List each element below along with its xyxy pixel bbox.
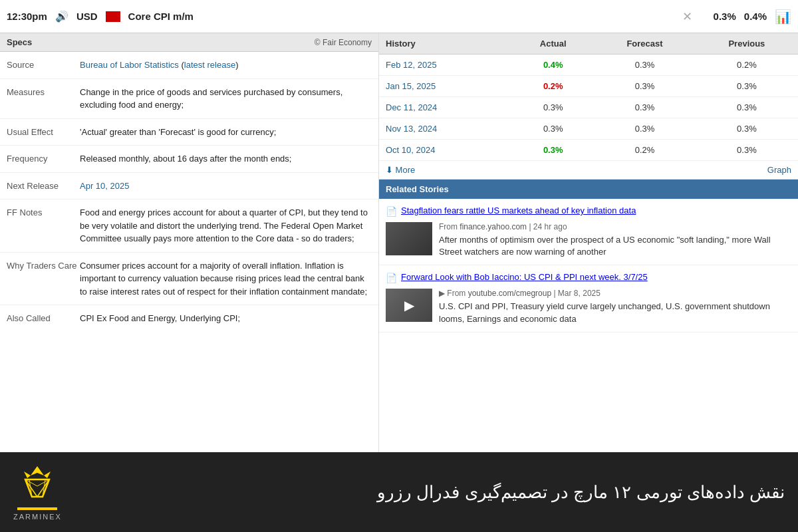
history-actual: 0.3% (512, 140, 594, 161)
story-text: From finance.yahoo.com | 24 hr agoAfter … (439, 222, 791, 258)
spec-row-why-traders-care: Why Traders Care Consumer prices account… (0, 253, 378, 306)
spec-row-frequency: Frequency Released monthly, about 16 day… (0, 146, 378, 173)
history-forecast: 0.2% (594, 140, 696, 161)
col-previous: Previous (696, 33, 798, 55)
story-meta: From finance.yahoo.com | 24 hr ago (439, 222, 791, 231)
history-date: Nov 13, 2024 (379, 118, 512, 140)
spec-row-ff-notes: FF Notes Food and energy prices account … (0, 200, 378, 253)
spec-value-measures: Change in the price of goods and service… (80, 86, 372, 112)
history-date-link[interactable]: Jan 15, 2025 (386, 81, 436, 91)
story-meta: ▶ From youtube.com/cmegroup | Mar 8, 202… (439, 289, 791, 298)
story-description: After months of optimism over the prospe… (439, 234, 791, 258)
history-date-link[interactable]: Oct 10, 2024 (386, 145, 435, 155)
more-graph-row: ⬇ More Graph (379, 161, 798, 180)
zarminex-logo-icon (17, 464, 57, 503)
speaker-icon: 🔊 (55, 10, 68, 23)
close-button[interactable]: ✕ (682, 9, 692, 24)
play-icon: ▶ (404, 297, 414, 313)
spec-value-why-traders-care: Consumer prices account for a majority o… (80, 259, 372, 299)
spec-value-ff-notes: Food and energy prices account for about… (80, 206, 372, 245)
history-row: Jan 15, 20250.2%0.3%0.3% (379, 76, 798, 97)
history-date: Oct 10, 2024 (379, 140, 512, 161)
story-title-row: 📄Stagflation fears rattle US markets ahe… (386, 205, 791, 217)
related-stories-header: Related Stories (379, 180, 798, 199)
story-description: U.S. CPI and PPI, Treasury yield curve l… (439, 301, 791, 325)
story-body: From finance.yahoo.com | 24 hr agoAfter … (386, 222, 791, 258)
spec-value-also-called: CPI Ex Food and Energy, Underlying CPI; (80, 312, 372, 325)
spec-row-also-called: Also Called CPI Ex Food and Energy, Unde… (0, 305, 378, 332)
history-date-link[interactable]: Dec 11, 2024 (386, 102, 437, 112)
history-previous: 0.3% (696, 140, 798, 161)
chart-icon[interactable]: 📊 (775, 9, 791, 25)
history-previous: 0.3% (696, 118, 798, 140)
story-item: 📄Stagflation fears rattle US markets ahe… (379, 199, 798, 265)
history-actual: 0.3% (512, 118, 594, 140)
spec-label-ff-notes: FF Notes (7, 206, 80, 217)
spec-value-usual-effect: 'Actual' greater than 'Forecast' is good… (80, 126, 372, 139)
story-doc-icon: 📄 (386, 273, 397, 283)
history-actual: 0.3% (512, 97, 594, 118)
history-previous: 0.3% (696, 76, 798, 97)
story-thumbnail: ▶ (386, 289, 432, 322)
right-panel: History Actual Forecast Previous Feb 12,… (379, 33, 798, 452)
history-actual: 0.4% (512, 55, 594, 76)
history-row: Feb 12, 20250.4%0.3%0.2% (379, 55, 798, 76)
spec-label-next-release: Next Release (7, 180, 80, 191)
specs-credit: © Fair Economy (315, 38, 372, 47)
history-row: Dec 11, 20240.3%0.3%0.3% (379, 97, 798, 118)
specs-panel: Specs © Fair Economy Source Bureau of La… (0, 33, 379, 452)
event-name: Core CPI m/m (128, 11, 674, 22)
spec-value-frequency: Released monthly, about 16 days after th… (80, 152, 372, 166)
event-time: 12:30pm (7, 11, 47, 22)
history-previous: 0.3% (696, 97, 798, 118)
svg-marker-2 (44, 471, 51, 478)
history-forecast: 0.3% (594, 97, 696, 118)
latest-release-link[interactable]: latest release (184, 60, 235, 70)
spec-label-measures: Measures (7, 86, 80, 97)
history-date: Feb 12, 2025 (379, 55, 512, 76)
stories-container: 📄Stagflation fears rattle US markets ahe… (379, 199, 798, 332)
story-text: ▶ From youtube.com/cmegroup | Mar 8, 202… (439, 289, 791, 325)
flag-icon (106, 11, 120, 22)
story-source-link[interactable]: youtube.com/cmegroup (468, 289, 551, 298)
spec-label-why-traders-care: Why Traders Care (7, 259, 80, 271)
story-title-row: 📄Forward Look with Bob Iaccino: US CPI &… (386, 272, 791, 283)
specs-header: Specs © Fair Economy (0, 33, 378, 52)
bottom-persian-text: نقش داده‌های تورمی ۱۲ مارچ در تصمیم‌گیری… (75, 480, 785, 504)
story-doc-icon: 📄 (386, 206, 397, 217)
story-title-link[interactable]: Forward Look with Bob Iaccino: US CPI & … (401, 272, 648, 282)
svg-marker-3 (25, 479, 49, 497)
history-forecast: 0.3% (594, 55, 696, 76)
history-forecast: 0.3% (594, 118, 696, 140)
bls-link[interactable]: Bureau of Labor Statistics (80, 60, 179, 70)
history-table: History Actual Forecast Previous Feb 12,… (379, 33, 798, 161)
story-title-link[interactable]: Stagflation fears rattle US markets ahea… (401, 205, 636, 215)
next-release-date-link[interactable]: Apr 10, 2025 (80, 181, 129, 191)
history-date: Dec 11, 2024 (379, 97, 512, 118)
more-link[interactable]: ⬇ More (386, 165, 415, 175)
history-header-row: History Actual Forecast Previous (379, 33, 798, 55)
history-row: Oct 10, 20240.3%0.2%0.3% (379, 140, 798, 161)
history-forecast: 0.3% (594, 76, 696, 97)
history-date-link[interactable]: Nov 13, 2024 (386, 124, 437, 134)
svg-marker-1 (24, 471, 31, 478)
story-source-link[interactable]: finance.yahoo.com (460, 222, 527, 231)
spec-label-frequency: Frequency (7, 152, 80, 164)
spec-label-source: Source (7, 59, 80, 70)
spec-value-next-release: Apr 10, 2025 (80, 180, 372, 193)
logo-area: ZARMINEX (13, 464, 62, 521)
forecast-value: 0.4% (744, 11, 767, 22)
history-date-link[interactable]: Feb 12, 2025 (386, 60, 437, 70)
graph-link[interactable]: Graph (767, 165, 791, 175)
story-thumbnail (386, 222, 432, 255)
history-row: Nov 13, 20240.3%0.3%0.3% (379, 118, 798, 140)
currency: USD (76, 11, 98, 22)
spec-row-usual-effect: Usual Effect 'Actual' greater than 'Fore… (0, 119, 378, 146)
logo-text: ZARMINEX (13, 513, 62, 521)
col-forecast: Forecast (594, 33, 696, 55)
spec-label-usual-effect: Usual Effect (7, 126, 80, 137)
history-actual: 0.2% (512, 76, 594, 97)
col-actual: Actual (512, 33, 594, 55)
specs-title: Specs (7, 37, 32, 47)
svg-marker-0 (31, 466, 44, 475)
